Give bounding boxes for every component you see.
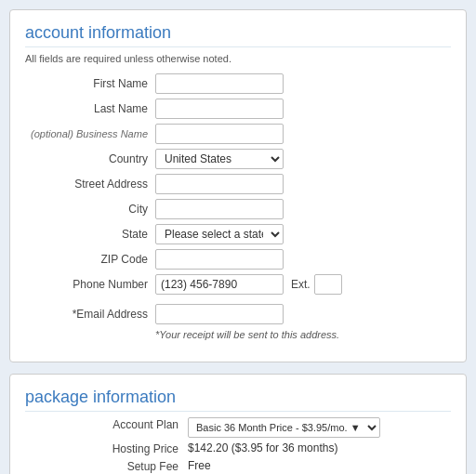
ext-input[interactable]: [314, 274, 342, 295]
country-select[interactable]: United States: [155, 149, 284, 169]
business-name-row: (optional) Business Name: [25, 124, 451, 144]
email-input[interactable]: [155, 304, 284, 324]
phone-number-label: Phone Number: [25, 278, 155, 291]
account-information-section: account information All fields are requi…: [9, 9, 467, 362]
package-information-section: package information Account Plan Basic 3…: [9, 374, 467, 474]
account-plan-label: Account Plan: [25, 417, 188, 431]
ext-label: Ext.: [291, 278, 311, 291]
first-name-row: First Name: [25, 73, 451, 94]
email-row: *Email Address: [25, 304, 451, 324]
email-note-row: *Your receipt will be sent to this addre…: [25, 329, 451, 340]
package-section-title: package information: [25, 388, 451, 412]
hosting-price-label: Hosting Price: [25, 441, 188, 455]
phone-inputs: Ext.: [155, 274, 342, 295]
business-name-label: (optional) Business Name: [25, 128, 155, 139]
zip-code-input[interactable]: [155, 249, 284, 270]
hosting-price-row: Hosting Price $142.20 ($3.95 for 36 mont…: [25, 441, 451, 455]
country-label: Country: [25, 152, 155, 165]
first-name-label: First Name: [25, 77, 155, 90]
business-name-input[interactable]: [155, 124, 284, 144]
hosting-price-value: $142.20 ($3.95 for 36 months): [188, 441, 451, 454]
street-address-row: Street Address: [25, 174, 451, 194]
state-row: State Please select a state: [25, 224, 451, 244]
country-row: Country United States: [25, 149, 451, 169]
city-input[interactable]: [155, 199, 284, 219]
phone-number-row: Phone Number Ext.: [25, 274, 451, 295]
account-section-note: All fields are required unless otherwise…: [25, 53, 451, 64]
first-name-input[interactable]: [155, 73, 284, 94]
setup-fee-row: Setup Fee Free: [25, 459, 451, 473]
state-select[interactable]: Please select a state: [155, 224, 284, 244]
account-section-title: account information: [25, 23, 451, 47]
account-plan-select[interactable]: Basic 36 Month Price - $3.95/mo. ▼: [188, 417, 380, 438]
phone-number-input[interactable]: [155, 274, 284, 295]
account-plan-row: Account Plan Basic 36 Month Price - $3.9…: [25, 417, 451, 438]
email-note: *Your receipt will be sent to this addre…: [155, 329, 339, 340]
account-plan-value: Basic 36 Month Price - $3.95/mo. ▼: [188, 417, 451, 438]
street-address-label: Street Address: [25, 178, 155, 191]
zip-code-row: ZIP Code: [25, 249, 451, 270]
city-label: City: [25, 203, 155, 216]
last-name-row: Last Name: [25, 99, 451, 119]
city-row: City: [25, 199, 451, 219]
state-label: State: [25, 228, 155, 241]
email-label: *Email Address: [25, 308, 155, 321]
zip-code-label: ZIP Code: [25, 253, 155, 266]
setup-fee-value: Free: [188, 459, 451, 472]
street-address-input[interactable]: [155, 174, 284, 194]
last-name-input[interactable]: [155, 99, 284, 119]
setup-fee-label: Setup Fee: [25, 459, 188, 473]
last-name-label: Last Name: [25, 102, 155, 115]
